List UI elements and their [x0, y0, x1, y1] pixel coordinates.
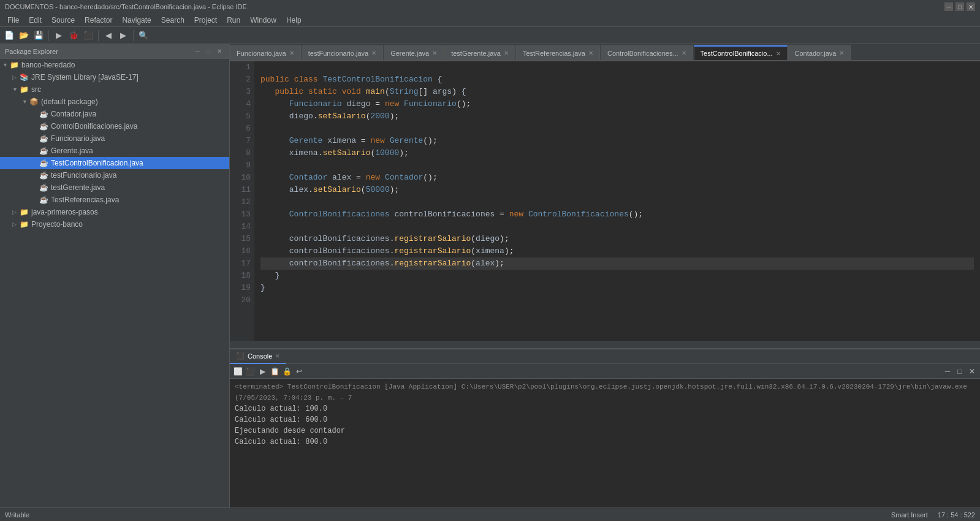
console-scroll-lock-button[interactable]: 🔒 [281, 366, 292, 377]
code-line[interactable] [260, 61, 974, 74]
console-minimize-button[interactable]: ─ [942, 366, 953, 377]
back-button[interactable]: ◀ [102, 29, 115, 42]
console-tab-close[interactable]: ✕ [275, 353, 280, 359]
console-word-wrap-button[interactable]: ↩ [294, 366, 305, 377]
tab-close-icon[interactable]: ✕ [432, 50, 437, 56]
tree-item[interactable]: ▷ 📁 Proyecto-banco [0, 218, 229, 230]
menu-search[interactable]: Search [156, 15, 189, 26]
tree-label: Contador.java [51, 110, 229, 118]
console-output: <terminated> TestControlBonificacion [Ja… [230, 379, 980, 508]
tree-item[interactable]: ▷ 📚 JRE System Library [JavaSE-17] [0, 71, 229, 83]
tab-close-icon[interactable]: ✕ [776, 50, 781, 57]
tree-item[interactable]: ▼ 📦 (default package) [0, 96, 229, 108]
tree-item[interactable]: ☕ testGerente.java [0, 181, 229, 194]
menu-source[interactable]: Source [47, 15, 80, 26]
tree-icon: ☕ [39, 171, 49, 180]
editor-tab[interactable]: ControlBonificaciones... ✕ [601, 45, 693, 60]
tree-icon: 📚 [20, 73, 29, 82]
line-number: 14 [234, 221, 251, 233]
tree-item[interactable]: ☕ TestControlBonificacion.java [0, 157, 229, 169]
code-line[interactable] [260, 294, 974, 306]
tab-close-icon[interactable]: ✕ [371, 50, 376, 56]
code-line[interactable]: ControlBonificaciones controlBonificacio… [260, 208, 974, 221]
tree-icon: ☕ [39, 146, 49, 155]
tree-item[interactable]: ☕ ControlBonificaciones.java [0, 120, 229, 132]
code-line[interactable] [260, 123, 974, 135]
console-terminate-button[interactable]: ⬛ [245, 366, 256, 377]
tab-close-icon[interactable]: ✕ [682, 50, 686, 56]
tree-item[interactable]: ☕ Funcionario.java [0, 132, 229, 145]
line-number: 20 [234, 294, 251, 306]
save-button[interactable]: 💾 [32, 29, 45, 42]
editor-horizontal-scrollbar[interactable] [230, 341, 980, 348]
code-editor[interactable]: 1234567891011121314151617181920 public c… [230, 61, 980, 341]
console-clear-button[interactable]: ⬜ [232, 366, 243, 377]
code-line[interactable]: public static void main(String[] args) { [260, 86, 974, 98]
tree-item[interactable]: ☕ TestReferencias.java [0, 194, 229, 206]
menu-navigate[interactable]: Navigate [117, 15, 156, 26]
open-button[interactable]: 📂 [17, 29, 31, 42]
code-line[interactable]: diego.setSalario(2000); [260, 110, 974, 123]
code-line[interactable]: public class TestControlBonificacion { [260, 74, 974, 86]
code-line[interactable] [260, 221, 974, 233]
tree-icon: ☕ [39, 196, 49, 204]
forward-button[interactable]: ▶ [116, 29, 130, 42]
search-button[interactable]: 🔍 [137, 29, 150, 42]
code-line[interactable]: controlBonificaciones.registrarSalario(d… [260, 233, 974, 245]
new-button[interactable]: 📄 [2, 29, 16, 42]
editor-tab[interactable]: testGerente.java ✕ [444, 45, 515, 60]
console-toolbar-left: ⬜ ⬛ ▶ 📋 🔒 ↩ [232, 366, 305, 377]
menu-run[interactable]: Run [222, 15, 245, 26]
tree-item[interactable]: ▼ 📁 banco-heredado [0, 59, 229, 71]
tree-item[interactable]: ▷ 📁 java-primeros-pasos [0, 206, 229, 218]
editor-tab[interactable]: Gerente.java ✕ [384, 45, 444, 60]
tree-item[interactable]: ☕ Contador.java [0, 108, 229, 120]
menu-help[interactable]: Help [281, 15, 306, 26]
console-close-button[interactable]: ✕ [967, 366, 978, 377]
code-line[interactable]: Funcionario diego = new Funcionario(); [260, 98, 974, 110]
code-line[interactable]: } [260, 270, 974, 282]
tree-item[interactable]: ☕ Gerente.java [0, 145, 229, 157]
sidebar-maximize-button[interactable]: □ [203, 47, 213, 56]
console-tab[interactable]: ⬛ Console ✕ [230, 349, 286, 364]
code-line[interactable]: ximena.setSalario(10000); [260, 147, 974, 159]
run-button[interactable]: ▶ [52, 29, 66, 42]
code-line[interactable]: controlBonificaciones.registrarSalario(a… [260, 257, 974, 270]
editor-tab[interactable]: Funcionario.java ✕ [230, 45, 301, 60]
tree-item[interactable]: ▼ 📁 src [0, 83, 229, 96]
tab-close-icon[interactable]: ✕ [289, 50, 294, 56]
minimize-button[interactable]: ─ [944, 2, 953, 11]
menu-file[interactable]: File [2, 15, 24, 26]
tab-close-icon[interactable]: ✕ [588, 50, 593, 56]
editor-tab[interactable]: Contador.java ✕ [788, 45, 851, 60]
code-line[interactable]: controlBonificaciones.registrarSalario(x… [260, 245, 974, 257]
menu-edit[interactable]: Edit [24, 15, 47, 26]
editor-tab[interactable]: TestControlBonificacio... ✕ [694, 45, 788, 60]
menu-project[interactable]: Project [189, 15, 222, 26]
tree-label: ControlBonificaciones.java [51, 122, 229, 131]
tree-item[interactable]: ☕ testFuncionario.java [0, 169, 229, 181]
line-number: 9 [234, 159, 251, 172]
code-line[interactable] [260, 196, 974, 208]
code-line[interactable]: alex.setSalario(50000); [260, 184, 974, 196]
tab-close-icon[interactable]: ✕ [504, 50, 509, 56]
tab-close-icon[interactable]: ✕ [839, 50, 844, 56]
menu-refactor[interactable]: Refactor [80, 15, 117, 26]
console-open-console-button[interactable]: 📋 [269, 366, 280, 377]
editor-tab[interactable]: TestReferencias.java ✕ [516, 45, 600, 60]
sidebar-close-button[interactable]: ✕ [215, 47, 224, 56]
maximize-button[interactable]: □ [955, 2, 964, 11]
stop-button[interactable]: ⬛ [82, 29, 95, 42]
editor-tab[interactable]: testFuncionario.java ✕ [302, 45, 383, 60]
code-line[interactable]: Contador alex = new Contador(); [260, 172, 974, 184]
sidebar-minimize-button[interactable]: ─ [192, 47, 202, 56]
code-line[interactable]: } [260, 282, 974, 294]
close-button[interactable]: ✕ [967, 2, 975, 11]
code-line[interactable] [260, 159, 974, 172]
code-line[interactable]: Gerente ximena = new Gerente(); [260, 135, 974, 147]
console-relaunch-button[interactable]: ▶ [257, 366, 268, 377]
menu-window[interactable]: Window [245, 15, 281, 26]
debug-button[interactable]: 🐞 [67, 29, 80, 42]
console-maximize-button[interactable]: □ [954, 366, 965, 377]
line-number: 7 [234, 135, 251, 147]
